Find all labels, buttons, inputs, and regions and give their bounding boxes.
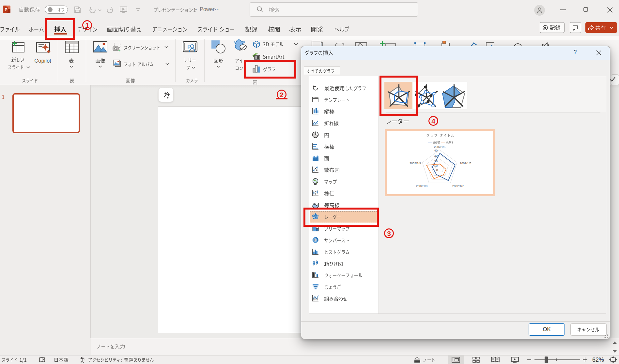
svg-text:P: P xyxy=(5,7,8,12)
